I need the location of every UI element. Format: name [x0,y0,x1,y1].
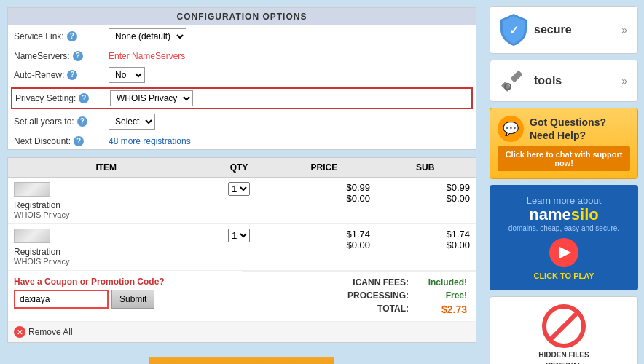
remove-section: ✕ Remove All [8,321,476,342]
total-value: $2.73 [423,304,467,315]
play-icon [559,247,571,258]
domain-thumb-1 [14,182,50,197]
cart-price-1: $0.99 $0.00 [273,182,373,204]
namesilo-brand: namesilo [500,206,628,223]
set-years-value: Select 1 2 3 [109,114,470,130]
secure-label: secure [534,23,572,36]
autorenew-row: Auto-Renew: ? No Yes [8,64,476,86]
namesilo-tagline: domains. cheap, easy and secure. [500,224,628,232]
tools-arrow-icon: » [621,75,627,87]
qty-select-2[interactable]: 1 2 3 [228,229,250,242]
hidden-files-card: HIDDEN FILES RENEWAL 大虾 [490,296,638,364]
autorenew-help-icon[interactable]: ? [67,70,77,80]
service-link-row: Service Link: ? None (default) Option 1 [8,25,476,47]
help-card-top: 💬 Got Questions? Need Help? [498,116,630,142]
shield-icon: ✓ [500,14,527,46]
price-line-1-1: $0.99 [276,182,370,193]
set-years-select[interactable]: Select 1 2 3 [109,114,155,130]
coupon-submit-button[interactable]: Submit [111,290,154,309]
remove-all-button[interactable]: ✕ Remove All [14,326,73,338]
privacy-help-icon[interactable]: ? [79,93,89,103]
domain-thumb-2 [14,229,50,243]
no-symbol-icon [542,304,586,348]
svg-text:✓: ✓ [509,24,519,36]
next-discount-link[interactable]: 48 more registrations [109,136,191,146]
privacy-row: Privacy Setting: ? WHOIS Privacy No Priv… [11,87,473,109]
next-discount-value: 48 more registrations [109,135,470,146]
cart-box: ITEM QTY PRICE SUB Registration WHOIS Pr… [7,157,476,343]
cart-sub-2: $1.74 $0.00 [373,229,473,250]
coupon-row: Submit [14,290,236,309]
cart-price-2: $1.74 $0.00 [273,229,373,250]
col-price: PRICE [274,158,375,177]
set-years-help-icon[interactable]: ? [77,116,87,127]
tools-card[interactable]: tools » [490,60,638,102]
col-item: ITEM [8,158,204,177]
nameservers-help-icon[interactable]: ? [73,51,83,61]
autorenew-label: Auto-Renew: ? [14,70,109,80]
nameservers-label: NameServers: ? [14,51,109,61]
sub-line-2-2: $0.00 [376,240,470,250]
coupon-totals-section: Have a Coupon or Promotion Code? Submit … [8,271,476,321]
coupon-section: Have a Coupon or Promotion Code? Submit [8,271,242,321]
continue-section: CONTINUE --> [7,350,476,364]
qty-select-1[interactable]: 1 2 3 [228,182,250,196]
service-link-value: None (default) Option 1 [109,28,470,44]
col-sub: SUB [374,158,476,177]
nameservers-link[interactable]: Enter NameServers [109,51,185,61]
secure-arrow-icon: » [621,24,627,36]
help-card[interactable]: 💬 Got Questions? Need Help? Click here t… [490,108,638,179]
coupon-input[interactable] [14,290,109,309]
set-years-label: Set all years to: ? [14,116,109,127]
processing-label: PROCESSING: [314,290,409,301]
sub-line-2-1: $1.74 [376,229,470,240]
service-link-label: Service Link: ? [14,31,109,41]
privacy-select[interactable]: WHOIS Privacy No Privacy [110,90,193,106]
totals-section: ICANN FEES: Included! PROCESSING: Free! … [242,271,476,321]
autorenew-select[interactable]: No Yes [109,67,145,83]
click-to-play-label: CLICK TO PLAY [500,272,628,280]
processing-value: Free! [423,290,467,301]
remove-all-label: Remove All [28,327,73,337]
nameservers-value: Enter NameServers [109,50,470,61]
icann-value: Included! [423,277,467,288]
renewal-label: RENEWAL [498,362,630,364]
item-sub-1: WHOIS Privacy [14,210,202,219]
svg-rect-2 [511,71,523,83]
hidden-files-label: HIDDEN FILES [498,351,630,359]
tools-label: tools [534,74,562,87]
cart-qty-1: 1 2 3 [205,182,273,196]
totals-row-processing: PROCESSING: Free! [248,289,470,302]
right-sidebar: ✓ secure » tools » 💬 Got Questions? Need… [484,0,644,364]
privacy-value: WHOIS Privacy No Privacy [110,90,468,106]
namesilo-card[interactable]: Learn more about namesilo domains. cheap… [490,185,638,290]
secure-card[interactable]: ✓ secure » [490,6,638,54]
service-link-select[interactable]: None (default) Option 1 [109,28,186,44]
totals-row-icann: ICANN FEES: Included! [248,276,470,289]
tools-icon [500,68,527,94]
cart-sub-1: $0.99 $0.00 [373,182,473,204]
price-line-2-1: $1.74 [276,229,370,240]
service-link-help-icon[interactable]: ? [67,31,77,41]
next-discount-row: Next Discount: ? 48 more registrations [8,132,476,149]
item-name-2: Registration [14,247,202,257]
svg-rect-1 [501,82,511,92]
cart-item-1: Registration WHOIS Privacy [11,182,205,219]
col-qty: QTY [204,158,273,177]
cart-header: ITEM QTY PRICE SUB [8,158,476,178]
next-discount-help-icon[interactable]: ? [74,136,84,146]
cart-item-2: Registration WHOIS Privacy [11,229,205,266]
next-discount-label: Next Discount: ? [14,136,109,146]
table-row: Registration WHOIS Privacy 1 2 3 $0.99 $… [8,178,476,224]
coupon-label: Have a Coupon or Promotion Code? [14,277,236,287]
play-button[interactable] [549,238,578,267]
autorenew-value: No Yes [109,67,470,83]
chat-support-button[interactable]: Click here to chat with support now! [498,146,630,171]
set-years-row: Set all years to: ? Select 1 2 3 [8,111,476,132]
continue-button[interactable]: CONTINUE --> [149,357,334,364]
item-name-1: Registration [14,200,202,210]
price-line-1-2: $0.00 [276,193,370,204]
config-options-box: CONFIGURATION OPTIONS Service Link: ? No… [7,7,476,150]
config-title: CONFIGURATION OPTIONS [8,8,476,25]
nameservers-row: NameServers: ? Enter NameServers [8,47,476,64]
